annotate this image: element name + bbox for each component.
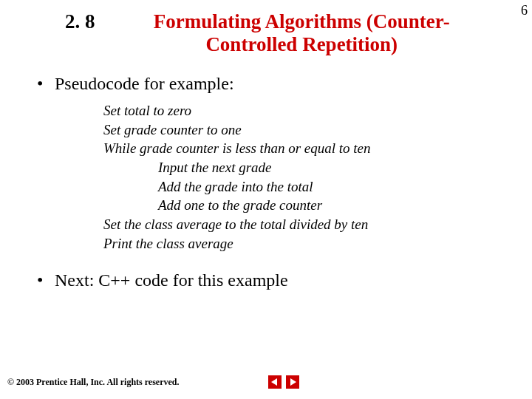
pseudocode-line-indented: Add one to the grade counter	[103, 196, 502, 215]
pseudocode-block: Set total to zero Set grade counter to o…	[37, 101, 502, 253]
pseudocode-line-indented: Add the grade into the total	[103, 177, 502, 197]
pseudocode-line: Set grade counter to one	[103, 120, 502, 140]
bullet-marker: •	[37, 270, 55, 290]
slide-body: • Pseudocode for example: Set total to z…	[0, 56, 532, 290]
bullet-text: Next: C++ code for this example	[55, 270, 288, 290]
nav-arrows	[268, 375, 299, 389]
pseudocode-line-indented: Input the next grade	[103, 158, 502, 177]
next-arrow-button[interactable]	[286, 375, 299, 389]
arrow-left-icon	[271, 378, 279, 386]
title-line-1: Formulating Algorithms (Counter-	[154, 10, 450, 33]
pseudocode-line: Set the class average to the total divid…	[103, 215, 502, 234]
pseudocode-line: Print the class average	[103, 234, 502, 253]
section-number: 2. 8	[65, 10, 95, 33]
slide-title-row: 2. 8 Formulating Algorithms (Counter- Co…	[0, 0, 532, 56]
slide-title: Formulating Algorithms (Counter- Control…	[116, 10, 488, 56]
bullet-marker: •	[37, 74, 55, 94]
arrow-right-icon	[289, 378, 296, 386]
title-line-2: Controlled Repetition)	[205, 33, 398, 55]
svg-marker-1	[290, 378, 296, 386]
copyright-text: © 2003 Prentice Hall, Inc. All rights re…	[7, 377, 180, 388]
pseudocode-line: While grade counter is less than or equa…	[103, 139, 502, 158]
bullet-item: • Pseudocode for example:	[37, 74, 502, 94]
page-number: 6	[521, 3, 528, 18]
footer: © 2003 Prentice Hall, Inc. All rights re…	[7, 375, 299, 389]
bullet-text: Pseudocode for example:	[55, 74, 234, 94]
svg-marker-0	[271, 378, 277, 386]
bullet-item: • Next: C++ code for this example	[37, 270, 502, 290]
prev-arrow-button[interactable]	[268, 375, 282, 389]
pseudocode-line: Set total to zero	[103, 101, 502, 120]
